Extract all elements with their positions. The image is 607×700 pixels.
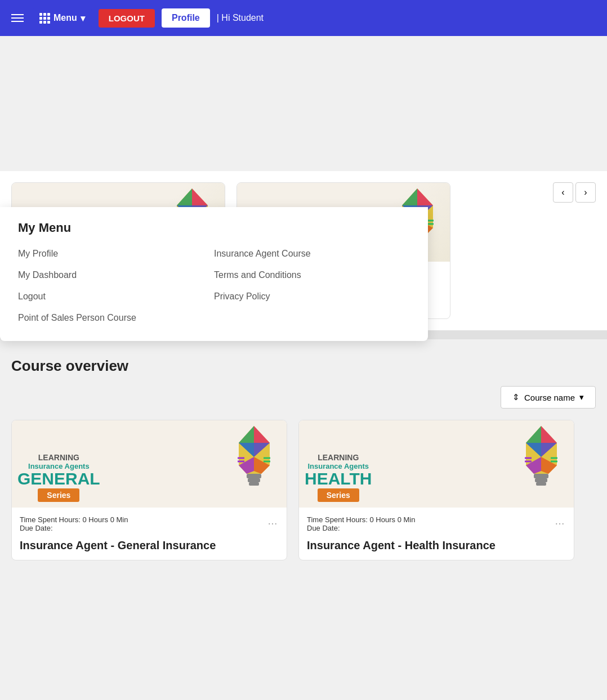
- health-time-row: Time Spent Hours: 0 Hours 0 Min Due Date…: [307, 515, 566, 532]
- sort-bar: ⇕ Course name ▾: [11, 386, 596, 409]
- general-series-type: GENERAL: [17, 470, 100, 487]
- general-time-spent: Time Spent Hours: 0 Hours 0 Min: [20, 515, 128, 524]
- dropdown-menu: My Menu My Profile My Dashboard Logout P…: [0, 207, 428, 341]
- health-bulb-icon: [515, 423, 568, 499]
- sort-icon: ⇕: [512, 392, 520, 402]
- menu-item-insurance-agent-course[interactable]: Insurance Agent Course: [214, 249, 410, 259]
- health-series-type: HEALTH: [305, 470, 372, 487]
- health-dots-menu[interactable]: …: [555, 515, 566, 527]
- svg-rect-46: [535, 478, 547, 482]
- overview-card-general[interactable]: LEARNING Insurance Agents GENERAL Series: [11, 420, 287, 560]
- menu-item-pos-course[interactable]: Point of Sales Person Course: [18, 313, 214, 323]
- menu-button[interactable]: Menu ▾: [33, 8, 92, 28]
- health-course-name: Insurance Agent - Health Insurance: [307, 539, 566, 552]
- sort-button[interactable]: ⇕ Course name ▾: [501, 386, 596, 409]
- menu-item-logout[interactable]: Logout: [18, 291, 214, 302]
- overview-card-health-image: LEARNING Insurance Agents HEALTH Series: [299, 420, 574, 508]
- general-due-date: Due Date:: [20, 524, 128, 532]
- health-time-spent: Time Spent Hours: 0 Hours 0 Min: [307, 515, 415, 524]
- menu-chevron-icon: ▾: [81, 13, 85, 24]
- dropdown-col-left: My Profile My Dashboard Logout Point of …: [18, 249, 214, 323]
- course-overview-title: Course overview: [11, 357, 596, 375]
- general-course-name: Insurance Agent - General Insurance: [20, 539, 279, 552]
- health-series-word: Series: [318, 488, 359, 502]
- logout-button[interactable]: LOGOUT: [99, 9, 155, 28]
- next-arrow-button[interactable]: ›: [575, 182, 596, 203]
- menu-item-my-dashboard[interactable]: My Dashboard: [18, 270, 214, 280]
- svg-rect-32: [247, 474, 261, 478]
- health-time-info: Time Spent Hours: 0 Hours 0 Min Due Date…: [307, 515, 415, 532]
- overview-card-general-image: LEARNING Insurance Agents GENERAL Series: [12, 420, 287, 508]
- general-series-label: LEARNING Insurance Agents GENERAL Series: [17, 453, 100, 502]
- svg-rect-33: [248, 478, 260, 482]
- menu-item-terms[interactable]: Terms and Conditions: [214, 270, 410, 280]
- general-bulb-icon: [227, 423, 281, 499]
- dropdown-columns: My Profile My Dashboard Logout Point of …: [18, 249, 410, 323]
- main-content: My Menu My Profile My Dashboard Logout P…: [0, 171, 607, 572]
- health-series-label: LEARNING Insurance Agents HEALTH Series: [305, 453, 372, 502]
- menu-item-my-profile[interactable]: My Profile: [18, 249, 214, 259]
- menu-label: Menu: [53, 13, 77, 23]
- general-dots-menu[interactable]: …: [267, 515, 279, 527]
- sort-label: Course name: [524, 393, 575, 402]
- menu-item-privacy[interactable]: Privacy Policy: [214, 291, 410, 302]
- hamburger-icon[interactable]: [9, 12, 26, 24]
- overview-card-general-body: Time Spent Hours: 0 Hours 0 Min Due Date…: [12, 508, 287, 560]
- general-time-row: Time Spent Hours: 0 Hours 0 Min Due Date…: [20, 515, 279, 532]
- grid-icon: [39, 13, 50, 24]
- profile-button[interactable]: Profile: [162, 8, 210, 28]
- dropdown-title: My Menu: [18, 221, 410, 235]
- dropdown-col-right: Insurance Agent Course Terms and Conditi…: [214, 249, 410, 323]
- carousel-nav: ‹ ›: [553, 182, 596, 203]
- svg-rect-34: [249, 482, 259, 486]
- sort-chevron-icon: ▾: [579, 392, 584, 402]
- greeting-text: | Hi Student: [217, 13, 264, 23]
- general-time-info: Time Spent Hours: 0 Hours 0 Min Due Date…: [20, 515, 128, 532]
- overview-cards: LEARNING Insurance Agents GENERAL Series: [11, 420, 596, 560]
- svg-rect-45: [534, 474, 548, 478]
- general-series-word: Series: [38, 488, 79, 502]
- overview-card-health-body: Time Spent Hours: 0 Hours 0 Min Due Date…: [299, 508, 574, 560]
- prev-arrow-button[interactable]: ‹: [553, 182, 573, 203]
- course-overview-section: Course overview ⇕ Course name ▾ LEARNING…: [0, 339, 607, 572]
- app-header: Menu ▾ LOGOUT Profile | Hi Student: [0, 0, 607, 36]
- overview-card-health[interactable]: LEARNING Insurance Agents HEALTH Series: [298, 420, 574, 560]
- health-due-date: Due Date:: [307, 524, 415, 532]
- svg-rect-47: [536, 482, 546, 486]
